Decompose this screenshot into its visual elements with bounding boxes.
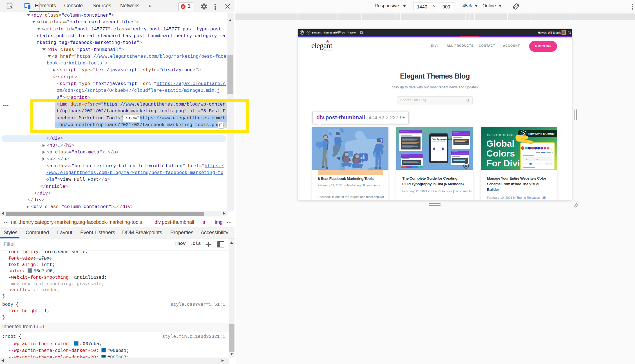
svg-text:INTRODUCING: INTRODUCING xyxy=(487,133,514,137)
svg-text:16: 16 xyxy=(536,158,538,161)
svg-text:Fluid Typography in Divi: Fluid Typography in Divi xyxy=(432,138,454,140)
svg-text:For Divi: For Divi xyxy=(486,158,520,168)
svg-text:D: D xyxy=(522,132,525,136)
svg-text:NEW DIVI FEATURE!: NEW DIVI FEATURE! xyxy=(528,132,554,135)
svg-text:Global: Global xyxy=(486,139,515,149)
svg-text:Colors: Colors xyxy=(486,148,515,158)
svg-text:21: 21 xyxy=(546,158,549,161)
svg-text:D: D xyxy=(465,164,467,168)
svg-text:12: 12 xyxy=(526,158,528,161)
